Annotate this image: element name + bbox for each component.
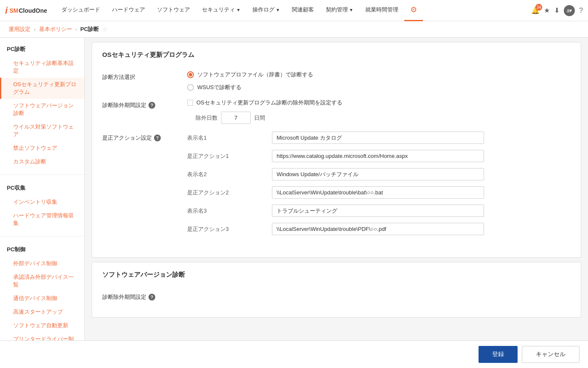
sidebar-item-auto-update[interactable]: ソフトウェア自動更新 xyxy=(0,319,84,332)
exclusion-checkbox[interactable]: OSセキュリティ更新プログラム診断の除外期間を設定する xyxy=(187,99,571,107)
main-nav: ダッシュボード ハードウェア ソフトウェア セキュリティ ▼ 操作ログ ▼ 関連… xyxy=(56,0,531,21)
days-input[interactable] xyxy=(221,112,251,124)
days-unit: 日間 xyxy=(254,114,265,122)
nav-contract[interactable]: 契約管理 ▼ xyxy=(320,0,359,21)
action-2-input[interactable] xyxy=(272,186,484,199)
help-exclusion-icon[interactable]: ? xyxy=(148,102,155,109)
save-button[interactable]: 登録 xyxy=(479,346,518,363)
sidebar-section-pcdiag: PC診断 セキュリティ診断基本設定 OSセキュリティ更新プログラム ソフトウェア… xyxy=(0,38,84,173)
display-name-2-label: 表示名2 xyxy=(187,171,272,178)
display-name-3-input[interactable] xyxy=(272,205,484,217)
sidebar-item-os-security[interactable]: OSセキュリティ更新プログラム xyxy=(0,78,84,99)
display-name-3-row: 表示名3 xyxy=(187,205,571,217)
exclusion-period-content: OSセキュリティ更新プログラム診断の除外期間を設定する 除外日数 日間 xyxy=(187,99,571,124)
avatar[interactable]: a▾ xyxy=(564,5,575,16)
section2-exclusion-group: 診断除外期間設定 ? xyxy=(102,291,571,301)
sidebar-item-security-basic[interactable]: セキュリティ診断基本設定 xyxy=(0,56,84,78)
radio-wsus[interactable]: WSUSで診断する xyxy=(187,84,571,91)
sidebar-item-custom-diag[interactable]: カスタム診断 xyxy=(0,155,84,169)
header: i SM CloudOne ダッシュボード ハードウェア ソフトウェア セキュリ… xyxy=(0,0,588,21)
display-name-3-input-wrap xyxy=(272,205,484,217)
main-content: OSセキュリティ更新プログラム 診断方法選択 ソフトウェアプロファイル（辞書）で… xyxy=(85,38,588,368)
days-label: 除外日数 xyxy=(196,114,218,122)
correction-action-group: 是正アクション設定 ? 表示名1 是正アクション1 xyxy=(102,132,571,241)
action-1-input[interactable] xyxy=(272,150,484,162)
diagnosis-method-group: 診断方法選択 ソフトウェアプロファイル（辞書）で診断する WSUSで診断する xyxy=(102,71,571,91)
action-1-input-wrap xyxy=(272,150,484,162)
notification-icon[interactable]: 🔔 34 xyxy=(531,6,540,14)
favorite-star-icon[interactable]: ☆ xyxy=(102,26,108,33)
action-2-row: 是正アクション2 xyxy=(187,186,571,199)
logo: i SM CloudOne xyxy=(5,5,47,16)
help-correction-icon[interactable]: ? xyxy=(154,135,161,141)
chevron-down-icon: ▼ xyxy=(236,8,241,12)
sidebar: PC診断 セキュリティ診断基本設定 OSセキュリティ更新プログラム ソフトウェア… xyxy=(0,38,85,368)
help-icon[interactable]: ? xyxy=(579,7,583,14)
breadcrumb-sep-2: › xyxy=(76,27,77,32)
display-name-2-input[interactable] xyxy=(272,168,484,180)
software-version-section: ソフトウェアバージョン診断 診断除外期間設定 ? xyxy=(92,262,581,317)
action-3-row: 是正アクション3 xyxy=(187,223,571,235)
sidebar-section-title-pcdiag: PC診断 xyxy=(0,42,84,56)
sidebar-item-software-version[interactable]: ソフトウェアバージョン診断 xyxy=(0,99,84,120)
action-3-label: 是正アクション3 xyxy=(187,225,272,233)
action-2-input-wrap xyxy=(272,186,484,199)
action-1-label: 是正アクション1 xyxy=(187,152,272,160)
checkbox-icon xyxy=(187,100,193,106)
display-name-2-row: 表示名2 xyxy=(187,168,571,180)
sidebar-item-fast-startup[interactable]: 高速スタートアップ xyxy=(0,305,84,319)
exclusion-period-label: 診断除外期間設定 ? xyxy=(102,99,187,109)
correction-action-label: 是正アクション設定 ? xyxy=(102,132,187,142)
header-actions: 🔔 34 ★ ⬇ a▾ ? xyxy=(531,5,583,16)
display-name-2-input-wrap xyxy=(272,168,484,180)
display-name-1-input[interactable] xyxy=(272,132,484,144)
sidebar-section-title-pccollect: PC収集 xyxy=(0,181,84,195)
section1-title: OSセキュリティ更新プログラム xyxy=(102,51,571,62)
sidebar-item-prohibited-software[interactable]: 禁止ソフトウェア xyxy=(0,141,84,155)
action-3-input-wrap xyxy=(272,223,484,235)
nav-settings[interactable]: ⚙ xyxy=(404,0,423,21)
help-section2-icon[interactable]: ? xyxy=(148,294,155,301)
radio-icon-unchecked xyxy=(187,84,194,91)
sidebar-item-approved-devices[interactable]: 承認済み外部デバイス一覧 xyxy=(0,270,84,292)
nav-related[interactable]: 関連顧客 xyxy=(286,0,320,21)
chevron-down-icon: ▼ xyxy=(349,8,353,12)
logo-cloudone: CloudOne xyxy=(19,7,47,14)
nav-security[interactable]: セキュリティ ▼ xyxy=(196,0,246,21)
days-row: 除外日数 日間 xyxy=(187,112,571,124)
footer: 登録 キャンセル xyxy=(0,340,588,368)
chevron-down-icon: ▼ xyxy=(276,8,280,12)
sidebar-item-comm-device[interactable]: 通信デバイス制御 xyxy=(0,292,84,305)
breadcrumb-sep-1: › xyxy=(34,27,36,32)
notification-badge: 34 xyxy=(535,4,542,11)
action-3-input[interactable] xyxy=(272,223,484,235)
nav-hardware[interactable]: ハードウェア xyxy=(106,0,151,21)
action-2-label: 是正アクション2 xyxy=(187,189,272,197)
display-name-1-input-wrap xyxy=(272,132,484,144)
action-1-row: 是正アクション1 xyxy=(187,150,571,162)
sidebar-divider-1 xyxy=(0,174,84,175)
radio-software-profile[interactable]: ソフトウェアプロファイル（辞書）で診断する xyxy=(187,71,571,79)
breadcrumb-item-1[interactable]: 運用設定 xyxy=(8,25,31,33)
display-name-1-row: 表示名1 xyxy=(187,132,571,144)
nav-software[interactable]: ソフトウェア xyxy=(151,0,196,21)
diagnosis-method-label: 診断方法選択 xyxy=(102,71,187,81)
sidebar-item-hardware-info[interactable]: ハードウェア管理情報収集 xyxy=(0,209,84,230)
breadcrumb-item-2[interactable]: 基本ポリシー xyxy=(39,25,72,33)
cancel-button[interactable]: キャンセル xyxy=(522,346,580,363)
sidebar-item-external-device[interactable]: 外部デバイス制御 xyxy=(0,257,84,270)
page-layout: PC診断 セキュリティ診断基本設定 OSセキュリティ更新プログラム ソフトウェア… xyxy=(0,38,588,368)
star-icon[interactable]: ★ xyxy=(544,6,550,14)
display-name-1-label: 表示名1 xyxy=(187,134,272,142)
nav-workhours[interactable]: 就業時間管理 xyxy=(359,0,404,21)
nav-oplog[interactable]: 操作ログ ▼ xyxy=(246,0,286,21)
sidebar-item-inventory[interactable]: インベントリ収集 xyxy=(0,195,84,209)
sidebar-section-title-pccontrol: PC制御 xyxy=(0,242,84,257)
nav-dashboard[interactable]: ダッシュボード xyxy=(56,0,106,21)
display-name-3-label: 表示名3 xyxy=(187,207,272,215)
logo-ism: SM xyxy=(9,7,18,14)
sidebar-item-antivirus[interactable]: ウイルス対策ソフトウェア xyxy=(0,120,84,141)
section2-title: ソフトウェアバージョン診断 xyxy=(102,271,571,282)
download-icon[interactable]: ⬇ xyxy=(554,6,560,14)
radio-group: ソフトウェアプロファイル（辞書）で診断する WSUSで診断する xyxy=(187,71,571,91)
